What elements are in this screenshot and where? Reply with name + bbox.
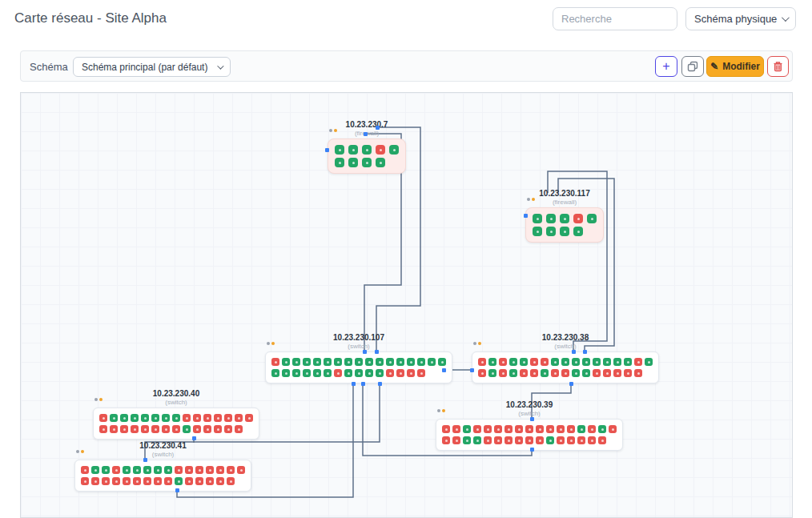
port-down xyxy=(593,369,601,377)
port-down xyxy=(195,466,203,474)
port-up xyxy=(334,358,342,366)
device-10.23.230.39[interactable]: 10.23.230.39(switch) xyxy=(436,419,623,451)
port-up xyxy=(572,358,580,366)
port-down xyxy=(588,425,596,433)
connection-point-icon xyxy=(378,382,382,386)
schema-select-value: Schéma principal (par défaut) xyxy=(82,62,207,73)
port-down xyxy=(530,369,538,377)
device-ip: 10.23.230.117 xyxy=(539,189,589,199)
connection-point-icon xyxy=(175,488,179,492)
port-down xyxy=(237,466,245,474)
port-down xyxy=(245,414,253,422)
device-10.23.230.107[interactable]: 10.23.230.107(switch) xyxy=(265,351,452,383)
port-up xyxy=(313,358,321,366)
connection-point-icon xyxy=(376,126,380,130)
port-up xyxy=(143,466,151,474)
port-down xyxy=(235,425,243,433)
port-down xyxy=(442,436,450,444)
port-down xyxy=(561,369,569,377)
port-up xyxy=(509,369,517,377)
port-down xyxy=(102,477,110,485)
port-down xyxy=(473,425,481,433)
device-10.23.230.117[interactable]: 10.23.230.117(firewall) xyxy=(525,207,604,243)
port-down xyxy=(110,425,118,433)
view-type-select[interactable]: Schéma physique xyxy=(685,7,796,30)
device-ip: 10.23.230.40 xyxy=(153,389,199,399)
edit-schema-button[interactable]: ✎ Modifier xyxy=(706,56,764,77)
port-row xyxy=(533,227,597,236)
device-10.23.230.38[interactable]: 10.23.230.38(switch) xyxy=(472,351,659,383)
port-down xyxy=(227,466,235,474)
port-down xyxy=(536,425,544,433)
port-row xyxy=(533,214,597,223)
port-up xyxy=(344,369,352,377)
port-up xyxy=(587,214,597,223)
duplicate-schema-button[interactable] xyxy=(681,56,704,77)
device-10.23.230.41[interactable]: 10.23.230.41(switch) xyxy=(74,460,251,492)
connection-point-icon xyxy=(572,350,576,354)
port-down xyxy=(206,466,214,474)
port-up xyxy=(335,145,344,155)
port-down xyxy=(334,369,342,377)
port-down xyxy=(557,425,565,433)
device-status-dots xyxy=(329,129,337,132)
search-input[interactable] xyxy=(553,7,677,30)
connection-point-icon xyxy=(569,382,573,386)
schema-select[interactable]: Schéma principal (par défaut) xyxy=(73,57,231,77)
status-dot-orange-icon xyxy=(99,398,103,401)
port-down xyxy=(603,369,611,377)
port-up xyxy=(593,358,601,366)
view-type-select-value: Schéma physique xyxy=(694,13,777,25)
chevron-down-icon xyxy=(217,62,223,69)
port-down xyxy=(235,414,243,422)
port-up xyxy=(131,414,139,422)
device-kind: (switch) xyxy=(506,410,553,417)
canvas[interactable]: 10.23.230.7(firewall)10.23.230.117(firew… xyxy=(20,92,793,518)
port-down xyxy=(417,369,425,377)
add-schema-button[interactable]: + xyxy=(655,56,677,77)
port-down xyxy=(525,425,533,433)
port-down xyxy=(185,466,193,474)
port-up xyxy=(386,358,394,366)
port-row xyxy=(271,358,446,366)
port-up xyxy=(582,369,590,377)
connection-point-icon xyxy=(364,132,368,136)
port-down xyxy=(499,369,507,377)
port-down xyxy=(478,358,486,366)
port-up xyxy=(376,358,384,366)
port-down xyxy=(573,214,583,223)
port-down xyxy=(525,436,533,444)
port-down xyxy=(624,369,632,377)
port-row xyxy=(81,477,245,485)
port-row xyxy=(335,158,399,167)
port-down xyxy=(494,436,502,444)
port-down xyxy=(193,414,201,422)
port-down xyxy=(452,436,460,444)
port-up xyxy=(164,466,172,474)
port-down xyxy=(541,358,549,366)
port-up xyxy=(546,227,556,236)
device-10.23.230.40[interactable]: 10.23.230.40(switch) xyxy=(93,408,259,440)
status-dot-gray-icon xyxy=(473,342,476,345)
connection-point-icon xyxy=(470,368,474,372)
port-up xyxy=(533,227,542,236)
plus-icon: + xyxy=(662,60,669,73)
port-down xyxy=(185,477,193,485)
port-up xyxy=(541,369,549,377)
device-kind: (switch) xyxy=(542,343,589,350)
port-down xyxy=(484,425,492,433)
device-10.23.230.7[interactable]: 10.23.230.7(firewall) xyxy=(328,139,406,174)
connection-point-icon xyxy=(192,436,196,440)
port-up xyxy=(183,425,191,433)
trash-icon xyxy=(773,61,783,72)
connection-point-icon xyxy=(143,458,147,462)
connection-point-icon xyxy=(352,382,356,386)
delete-schema-button[interactable] xyxy=(767,56,789,77)
connection-point-icon xyxy=(325,148,329,152)
port-up xyxy=(376,158,385,167)
status-dot-orange-icon xyxy=(334,129,337,132)
port-down xyxy=(504,436,513,444)
device-ip: 10.23.230.7 xyxy=(346,120,388,130)
device-label: 10.23.230.40(switch) xyxy=(153,389,199,406)
links-layer xyxy=(21,93,792,517)
